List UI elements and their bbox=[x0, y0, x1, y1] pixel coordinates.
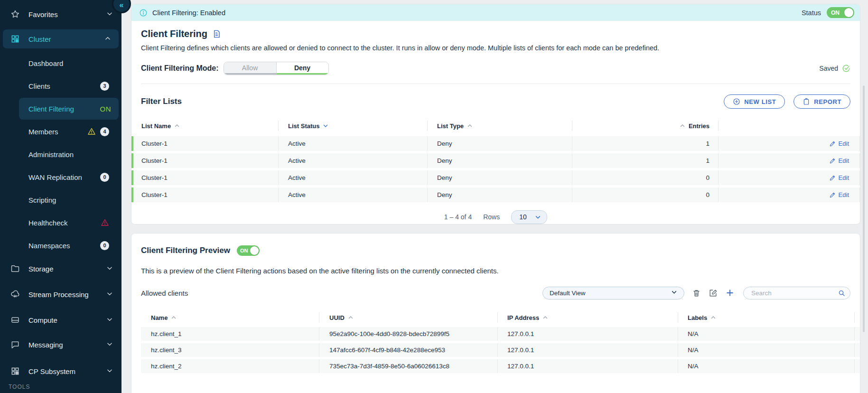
table-row[interactable]: hz.client_1 95e2a90c-100e-4dd0-8928-bdec… bbox=[141, 327, 860, 341]
column-header-labels[interactable]: Labels bbox=[678, 312, 855, 323]
sidebar-item-messaging[interactable]: Messaging bbox=[0, 336, 121, 353]
column-header-list-name[interactable]: List Name bbox=[131, 121, 279, 131]
mode-label: Client Filtering Mode: bbox=[141, 64, 219, 73]
sidebar-item-client-filtering[interactable]: Client Filtering ON bbox=[19, 98, 119, 120]
plus-circle-icon bbox=[733, 98, 740, 105]
status-toggle[interactable]: ON bbox=[827, 7, 854, 18]
column-header-actions bbox=[719, 121, 860, 131]
pencil-icon bbox=[829, 192, 836, 198]
table-row[interactable]: hz.client_2 735ec73a-7d3f-4859-8e50-6a06… bbox=[141, 359, 860, 373]
sidebar-item-scripting[interactable]: Scripting bbox=[0, 192, 121, 208]
chevron-down-icon bbox=[106, 367, 113, 375]
check-circle-icon bbox=[842, 64, 850, 73]
pagination: 1 – 4 of 4 Rows 10 bbox=[131, 210, 860, 224]
rows-per-page-label: Rows bbox=[483, 213, 500, 221]
sort-up-icon bbox=[171, 315, 177, 320]
sidebar-item-cluster[interactable]: Cluster bbox=[3, 29, 119, 48]
add-view-button[interactable] bbox=[725, 288, 735, 298]
sidebar-item-storage[interactable]: Storage bbox=[0, 260, 121, 277]
sidebar: Favorites Cluster Dashboard Clients 3 Cl… bbox=[0, 0, 121, 393]
sort-up-icon bbox=[174, 123, 180, 129]
chevron-down-icon bbox=[106, 341, 113, 349]
sidebar-item-label: Cluster bbox=[28, 35, 51, 43]
pencil-icon bbox=[829, 158, 836, 164]
sidebar-item-compute[interactable]: Compute bbox=[0, 311, 121, 328]
pencil-icon bbox=[829, 140, 836, 147]
documentation-icon[interactable] bbox=[212, 29, 221, 38]
banner-text: Client Filtering: Enabled bbox=[152, 9, 225, 17]
server-icon bbox=[9, 314, 21, 326]
edit-link[interactable]: Edit bbox=[829, 191, 849, 198]
table-header-row: List Name List Status List Type Entries bbox=[131, 119, 860, 132]
search-box bbox=[743, 287, 850, 299]
mode-deny-button[interactable]: Deny bbox=[276, 62, 328, 75]
column-header-ip-address[interactable]: IP Address bbox=[498, 312, 678, 323]
edit-link[interactable]: Edit bbox=[829, 174, 849, 181]
sort-down-icon bbox=[323, 123, 328, 129]
cloud-arrows-icon bbox=[9, 289, 21, 300]
namespaces-count-badge: 0 bbox=[100, 241, 109, 250]
new-list-button[interactable]: NEW LIST bbox=[724, 94, 785, 109]
chevron-down-icon bbox=[106, 265, 113, 273]
sidebar-item-dashboard[interactable]: Dashboard bbox=[0, 55, 121, 71]
page-description: Client Filtering defines which clients a… bbox=[141, 44, 850, 52]
wan-count-badge: 0 bbox=[100, 173, 109, 182]
status-label: Status bbox=[802, 9, 821, 17]
table-row[interactable]: Cluster-1 Active Deny 1 Edit bbox=[131, 136, 860, 151]
sidebar-item-cp-subsystem[interactable]: CP Subsystem bbox=[0, 363, 121, 380]
delete-view-button[interactable] bbox=[692, 289, 701, 298]
rows-per-page-select[interactable]: 10 bbox=[511, 210, 547, 224]
chevron-down-icon bbox=[106, 10, 113, 19]
toggle-knob bbox=[844, 8, 853, 17]
allowed-clients-table: Name UUID IP Address Labels bbox=[141, 312, 860, 373]
table-row[interactable]: Cluster-1 Active Deny 1 Edit bbox=[131, 153, 860, 168]
vertical-scrollbar[interactable] bbox=[863, 85, 865, 332]
sort-up-icon bbox=[710, 315, 716, 320]
sidebar-item-clients[interactable]: Clients 3 bbox=[0, 78, 121, 94]
allowed-clients-label: Allowed clients bbox=[141, 289, 188, 297]
warning-triangle-icon bbox=[87, 127, 96, 136]
sidebar-item-administration[interactable]: Administration bbox=[0, 146, 121, 162]
edit-view-button[interactable] bbox=[709, 289, 718, 298]
members-count-badge: 4 bbox=[100, 127, 109, 136]
pencil-icon bbox=[829, 175, 836, 181]
chevron-down-icon bbox=[535, 214, 541, 220]
column-header-uuid[interactable]: UUID bbox=[319, 312, 498, 323]
sidebar-item-stream-processing[interactable]: Stream Processing bbox=[0, 286, 121, 303]
folder-icon bbox=[9, 263, 21, 274]
edit-link[interactable]: Edit bbox=[829, 140, 849, 147]
sidebar-item-favorites[interactable]: Favorites bbox=[0, 6, 121, 23]
collapse-chevrons-icon: « bbox=[120, 1, 124, 9]
sidebar-item-members[interactable]: Members 4 bbox=[0, 123, 121, 140]
preview-heading: Client Filtering Preview bbox=[141, 246, 230, 255]
client-filtering-status: ON bbox=[100, 105, 112, 113]
preview-description: This is a preview of the Client Filterin… bbox=[141, 267, 850, 275]
column-header-name[interactable]: Name bbox=[141, 312, 319, 323]
main-content: Client Filtering: Enabled Status ON Clie… bbox=[121, 0, 868, 393]
sidebar-item-label: Favorites bbox=[28, 10, 58, 19]
view-select[interactable]: Default View bbox=[542, 287, 684, 299]
table-row[interactable]: Cluster-1 Active Deny 0 Edit bbox=[131, 170, 860, 185]
column-header-entries[interactable]: Entries bbox=[572, 121, 719, 131]
mode-allow-button[interactable]: Allow bbox=[224, 62, 276, 75]
filter-lists-table: List Name List Status List Type Entries bbox=[131, 119, 860, 224]
sidebar-item-namespaces[interactable]: Namespaces 0 bbox=[0, 237, 121, 253]
search-input[interactable] bbox=[750, 289, 838, 297]
edit-link[interactable]: Edit bbox=[829, 157, 849, 164]
info-icon bbox=[139, 9, 148, 17]
sort-up-icon bbox=[467, 123, 473, 129]
sidebar-item-healthcheck[interactable]: Healthcheck bbox=[0, 215, 121, 231]
clients-count-badge: 3 bbox=[100, 82, 109, 91]
column-header-list-status[interactable]: List Status bbox=[279, 121, 428, 131]
table-row[interactable]: hz.client_3 147afcc6-607f-4cf9-b848-42e2… bbox=[141, 343, 860, 357]
column-header-list-type[interactable]: List Type bbox=[428, 121, 572, 131]
report-button[interactable]: REPORT bbox=[793, 94, 850, 109]
page-title: Client Filtering bbox=[141, 28, 207, 39]
clipboard-icon bbox=[803, 98, 810, 105]
table-row[interactable]: Cluster-1 Active Deny 0 Edit bbox=[131, 187, 860, 202]
trash-icon bbox=[692, 289, 701, 298]
preview-toggle[interactable]: ON bbox=[237, 245, 260, 256]
sidebar-item-wan-replication[interactable]: WAN Replication 0 bbox=[0, 169, 121, 185]
sort-up-icon bbox=[542, 315, 548, 320]
plus-icon bbox=[725, 288, 735, 298]
